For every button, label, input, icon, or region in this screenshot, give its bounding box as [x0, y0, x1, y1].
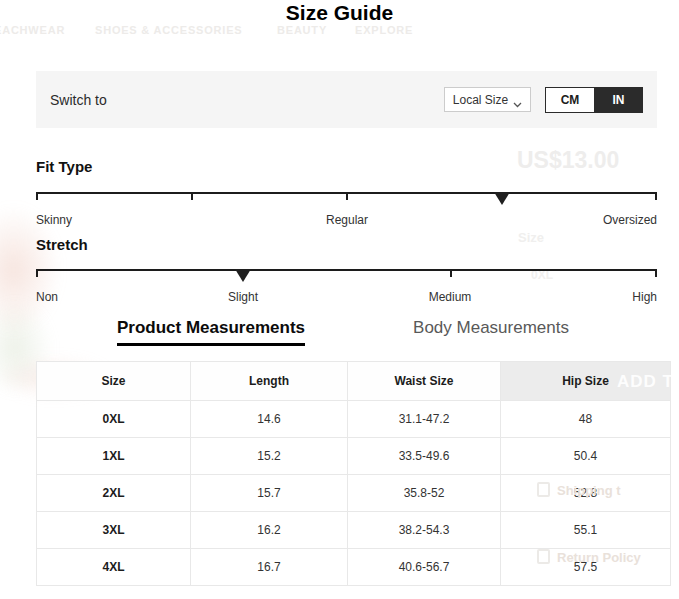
- table-row: 1XL 15.2 33.5-49.6 50.4: [37, 438, 671, 475]
- column-header-hip: Hip Size: [501, 362, 671, 401]
- stretch-label-non: Non: [36, 290, 58, 304]
- cell-waist: 35.8-52: [348, 475, 501, 512]
- slider-tick: [655, 192, 657, 200]
- background-nav-item: BEAUTY: [277, 24, 327, 36]
- cell-size: 3XL: [37, 512, 191, 549]
- fit-type-heading: Fit Type: [36, 158, 92, 175]
- background-nav-item: EACHWEAR: [0, 24, 65, 36]
- cell-length: 15.7: [191, 475, 348, 512]
- fit-label-skinny: Skinny: [36, 213, 72, 227]
- stretch-slider-track: [36, 269, 657, 271]
- tab-product-measurements[interactable]: Product Measurements: [117, 318, 305, 346]
- size-guide-modal: EACHWEAR SHOES & ACCESSORIES BEAUTY EXPL…: [0, 0, 679, 599]
- slider-tick: [450, 269, 452, 277]
- measurements-table: Size Length Waist Size Hip Size 0XL 14.6…: [36, 361, 671, 586]
- cell-hip: 50.4: [501, 438, 671, 475]
- cell-size: 2XL: [37, 475, 191, 512]
- slider-tick: [36, 269, 38, 277]
- cell-length: 16.7: [191, 549, 348, 586]
- slider-tick: [191, 192, 193, 200]
- fit-type-slider-marker: [494, 192, 510, 205]
- stretch-slider-marker: [235, 269, 251, 282]
- page-title: Size Guide: [0, 1, 679, 25]
- unit-in-button[interactable]: IN: [594, 87, 643, 113]
- tab-body-measurements[interactable]: Body Measurements: [413, 318, 569, 338]
- background-size-label: Size: [518, 230, 544, 245]
- table-row: 4XL 16.7 40.6-56.7 57.5: [37, 549, 671, 586]
- cell-hip: 52.8: [501, 475, 671, 512]
- cell-waist: 38.2-54.3: [348, 512, 501, 549]
- table-row: 0XL 14.6 31.1-47.2 48: [37, 401, 671, 438]
- stretch-label-medium: Medium: [429, 290, 472, 304]
- table-row: 3XL 16.2 38.2-54.3 55.1: [37, 512, 671, 549]
- switch-bar: Switch to Local Size CM IN: [36, 71, 657, 128]
- unit-cm-button[interactable]: CM: [545, 87, 594, 113]
- column-header-size: Size: [37, 362, 191, 401]
- cell-length: 14.6: [191, 401, 348, 438]
- cell-waist: 31.1-47.2: [348, 401, 501, 438]
- local-size-dropdown[interactable]: Local Size: [444, 87, 531, 112]
- background-price: US$13.00: [517, 147, 619, 174]
- stretch-label-high: High: [632, 290, 657, 304]
- cell-length: 16.2: [191, 512, 348, 549]
- cell-waist: 33.5-49.6: [348, 438, 501, 475]
- cell-waist: 40.6-56.7: [348, 549, 501, 586]
- cell-size: 1XL: [37, 438, 191, 475]
- fit-label-oversized: Oversized: [603, 213, 657, 227]
- stretch-label-slight: Slight: [228, 290, 258, 304]
- cell-length: 15.2: [191, 438, 348, 475]
- chevron-down-icon: [513, 97, 522, 103]
- slider-tick: [346, 192, 348, 200]
- switch-to-label: Switch to: [50, 92, 107, 108]
- cell-size: 4XL: [37, 549, 191, 586]
- background-nav-item: SHOES & ACCESSORIES: [95, 24, 242, 36]
- column-header-waist: Waist Size: [348, 362, 501, 401]
- table-row: 2XL 15.7 35.8-52 52.8: [37, 475, 671, 512]
- background-nav-item: EXPLORE: [355, 24, 413, 36]
- local-size-dropdown-value: Local Size: [453, 93, 508, 107]
- cell-hip: 55.1: [501, 512, 671, 549]
- cell-hip: 57.5: [501, 549, 671, 586]
- slider-tick: [655, 269, 657, 277]
- cell-hip: 48: [501, 401, 671, 438]
- cell-size: 0XL: [37, 401, 191, 438]
- unit-toggle: CM IN: [545, 87, 643, 113]
- table-header-row: Size Length Waist Size Hip Size: [37, 362, 671, 401]
- fit-label-regular: Regular: [326, 213, 368, 227]
- stretch-heading: Stretch: [36, 236, 88, 253]
- slider-tick: [36, 192, 38, 200]
- column-header-length: Length: [191, 362, 348, 401]
